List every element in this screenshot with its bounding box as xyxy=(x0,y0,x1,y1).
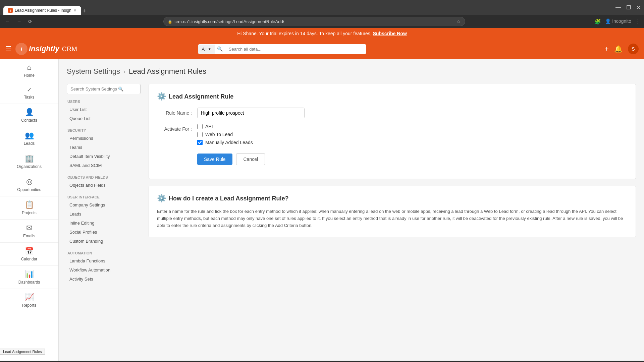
trial-text: Hi Shane. Your trial expires in 14 days.… xyxy=(237,31,372,36)
close-button[interactable]: ✕ xyxy=(636,4,641,11)
trial-banner: Hi Shane. Your trial expires in 14 days.… xyxy=(0,28,644,39)
sidebar-item-reports[interactable]: 📈 Reports xyxy=(0,289,58,312)
web-to-lead-checkbox[interactable] xyxy=(197,132,203,137)
breadcrumb-separator: › xyxy=(123,68,125,75)
settings-section-users: USERS User List Queue List xyxy=(67,100,141,123)
sidebar-item-emails[interactable]: ✉ Emails xyxy=(0,220,58,243)
rule-form-card: ⚙️ Lead Assignment Rule Rule Name : xyxy=(149,84,636,179)
status-tooltip: Lead Assignment Rules xyxy=(0,349,45,355)
settings-nav-activity[interactable]: Activity Sets xyxy=(67,275,141,284)
minimize-button[interactable]: — xyxy=(615,4,621,11)
settings-nav-workflow[interactable]: Workflow Automation xyxy=(67,265,141,275)
settings-nav-queue-list[interactable]: Queue List xyxy=(67,114,141,123)
profile-icon[interactable]: 👤 Incognito xyxy=(605,18,631,25)
api-label: API xyxy=(205,124,213,129)
sidebar-item-leads[interactable]: 👥 Leads xyxy=(0,127,58,150)
settings-nav-permissions[interactable]: Permissions xyxy=(67,134,141,143)
active-tab[interactable]: i Lead Assignment Rules - Insigh ✕ xyxy=(3,6,81,15)
settings-search-input[interactable] xyxy=(67,84,141,94)
settings-nav-user-list[interactable]: User List xyxy=(67,105,141,114)
search-divider-icon: 🔍 xyxy=(215,46,225,52)
new-tab-button[interactable]: + xyxy=(83,8,86,15)
sidebar-item-label: Emails xyxy=(23,234,35,238)
api-checkbox[interactable] xyxy=(197,124,203,129)
hamburger-menu[interactable]: ☰ xyxy=(5,45,11,53)
tab-title: Lead Assignment Rules - Insigh xyxy=(15,8,71,13)
header-search: All ▼ 🔍 xyxy=(198,44,366,54)
sidebar-item-label: Tasks xyxy=(24,95,35,100)
header-actions: + 🔔 S xyxy=(604,44,639,54)
main-layout: ⌂ Home ✓ Tasks 👤 Contacts 👥 Leads 🏢 Orga… xyxy=(0,59,644,361)
sidebar-item-tasks[interactable]: ✓ Tasks xyxy=(0,82,58,104)
manual-leads-checkbox-row: Manually Added Leads xyxy=(197,140,628,145)
notifications-icon[interactable]: 🔔 xyxy=(614,45,623,53)
logo-area: i insightly CRM xyxy=(15,43,77,55)
rule-name-input[interactable] xyxy=(197,108,305,118)
settings-nav-branding[interactable]: Custom Branding xyxy=(67,237,141,246)
settings-nav-default-visibility[interactable]: Default Item Visibility xyxy=(67,152,141,161)
organizations-icon: 🏢 xyxy=(25,154,34,163)
menu-icon[interactable]: ⋮ xyxy=(635,18,641,25)
crm-text: CRM xyxy=(62,45,77,53)
restore-button[interactable]: ❐ xyxy=(626,4,631,11)
address-bar[interactable]: 🔒 crm.na1.insightly.com/settings/LeadAss… xyxy=(163,17,465,26)
bookmark-icon[interactable]: ☆ xyxy=(457,19,461,24)
extensions-icon[interactable]: 🧩 xyxy=(594,18,601,25)
sidebar-item-label: Projects xyxy=(22,210,36,215)
save-rule-button[interactable]: Save Rule xyxy=(197,154,232,165)
reload-button[interactable]: ⟳ xyxy=(26,17,34,25)
home-icon: ⌂ xyxy=(27,63,31,72)
sidebar-item-label: Calendar xyxy=(21,257,38,261)
settings-nav-social[interactable]: Social Profiles xyxy=(67,228,141,237)
settings-nav-inline-editing[interactable]: Inline Editing xyxy=(67,219,141,228)
help-text: Enter a name for the rule and tick the b… xyxy=(157,208,628,229)
sidebar-item-opportunities[interactable]: ◎ Opportunities xyxy=(0,173,58,196)
manually-added-leads-checkbox[interactable] xyxy=(197,140,203,145)
app-header: ☰ i insightly CRM All ▼ 🔍 + 🔔 S xyxy=(0,39,644,59)
web-to-lead-label: Web To Lead xyxy=(205,132,233,137)
settings-nav-lambda[interactable]: Lambda Functions xyxy=(67,256,141,265)
window-controls: — ❐ ✕ xyxy=(615,4,641,11)
sidebar: ⌂ Home ✓ Tasks 👤 Contacts 👥 Leads 🏢 Orga… xyxy=(0,59,59,361)
subscribe-link[interactable]: Subscribe Now xyxy=(373,31,407,36)
settings-nav-teams[interactable]: Teams xyxy=(67,143,141,152)
sidebar-item-dashboards[interactable]: 📊 Dashboards xyxy=(0,266,58,289)
form-buttons: Save Rule Cancel xyxy=(197,153,628,165)
settings-nav-company[interactable]: Company Settings xyxy=(67,200,141,209)
close-tab-button[interactable]: ✕ xyxy=(73,8,76,13)
settings-nav-objects-fields[interactable]: Objects and Fields xyxy=(67,181,141,190)
rule-icon: ⚙️ xyxy=(157,92,166,101)
sidebar-item-label: Opportunities xyxy=(17,187,41,192)
settings-layout: USERS User List Queue List SECURITY Perm… xyxy=(67,84,636,284)
form-buttons-row: Save Rule Cancel xyxy=(157,153,628,165)
sidebar-item-organizations[interactable]: 🏢 Organizations xyxy=(0,150,58,173)
buttons-spacer xyxy=(157,153,197,156)
avatar[interactable]: S xyxy=(628,44,639,54)
breadcrumb-parent[interactable]: System Settings xyxy=(67,67,120,76)
help-card: ⚙️ How do I create a Lead Assignment Rul… xyxy=(149,186,636,237)
chevron-down-icon: ▼ xyxy=(208,47,211,51)
settings-nav-leads-ui[interactable]: Leads xyxy=(67,209,141,219)
search-all-button[interactable]: All ▼ xyxy=(198,45,215,54)
help-icon: ⚙️ xyxy=(157,194,166,203)
sidebar-item-calendar[interactable]: 📅 Calendar xyxy=(0,243,58,266)
activate-for-row: Activate For : API Web To Lead xyxy=(157,124,628,148)
search-input[interactable] xyxy=(225,44,366,54)
back-button[interactable]: ← xyxy=(3,17,12,25)
sidebar-item-label: Leads xyxy=(24,141,35,146)
settings-nav-saml[interactable]: SAML and SCIM xyxy=(67,161,141,170)
tasks-icon: ✓ xyxy=(27,86,32,94)
sidebar-item-label: Reports xyxy=(22,303,36,308)
sidebar-item-label: Home xyxy=(24,73,35,78)
logo-text: insightly xyxy=(29,45,59,53)
sidebar-item-contacts[interactable]: 👤 Contacts xyxy=(0,104,58,127)
sidebar-item-home[interactable]: ⌂ Home xyxy=(0,59,58,82)
browser-chrome: i Lead Assignment Rules - Insigh ✕ + — ❐… xyxy=(0,0,644,15)
leads-icon: 👥 xyxy=(25,131,34,140)
forward-button[interactable]: → xyxy=(15,17,23,25)
cancel-button[interactable]: Cancel xyxy=(236,153,265,165)
tab-favicon: i xyxy=(8,8,13,13)
settings-section-objects: OBJECTS AND FIELDS Objects and Fields xyxy=(67,175,141,190)
add-button[interactable]: + xyxy=(604,45,609,53)
sidebar-item-projects[interactable]: 📋 Projects xyxy=(0,196,58,220)
